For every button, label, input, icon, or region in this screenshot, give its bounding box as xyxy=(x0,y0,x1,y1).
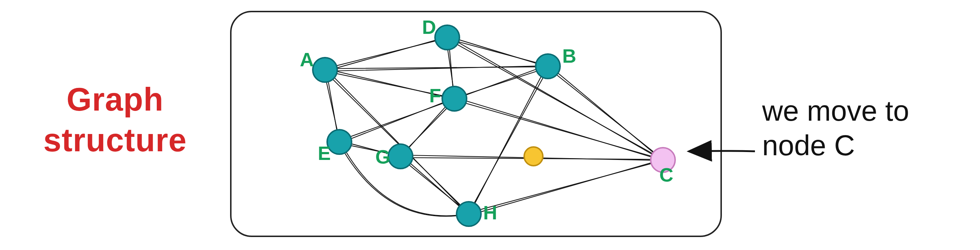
edge xyxy=(400,157,469,214)
node-label-g: G xyxy=(375,146,390,168)
edge xyxy=(549,65,663,160)
node-label-e: E xyxy=(318,142,331,164)
edge xyxy=(401,155,468,214)
edge xyxy=(468,67,549,214)
diagram-stage: Graphstructure ABCDEFGH we move tonode C xyxy=(0,0,980,250)
edge xyxy=(454,100,663,159)
node-x xyxy=(524,147,543,166)
node-e xyxy=(327,130,352,154)
title-graph-structure: Graphstructure xyxy=(22,79,208,160)
node-label-b: B xyxy=(562,45,576,67)
edge xyxy=(448,36,663,160)
edges-layer xyxy=(324,36,663,216)
graph-panel: ABCDEFGH xyxy=(230,11,722,237)
node-g xyxy=(388,144,413,168)
edge xyxy=(455,98,663,161)
edge xyxy=(469,160,663,215)
edge xyxy=(469,66,547,214)
node-d xyxy=(435,25,460,50)
node-label-h: H xyxy=(483,201,497,224)
edge xyxy=(325,38,447,69)
node-label-a: A xyxy=(300,48,314,71)
node-f xyxy=(442,87,467,111)
graph-svg xyxy=(232,12,721,236)
graph-panel-inner: ABCDEFGH xyxy=(232,12,721,236)
edge xyxy=(325,37,447,71)
node-b xyxy=(536,54,560,79)
edge xyxy=(447,36,548,67)
annotation-move-to-c: we move tonode C xyxy=(762,94,964,163)
edge xyxy=(468,160,663,213)
edge xyxy=(447,38,548,66)
edge xyxy=(454,65,547,99)
node-label-d: D xyxy=(422,16,436,38)
edge xyxy=(547,67,663,160)
node-a xyxy=(313,58,337,82)
node-label-f: F xyxy=(429,84,441,107)
node-h xyxy=(457,202,481,226)
node-label-c: C xyxy=(659,163,673,186)
